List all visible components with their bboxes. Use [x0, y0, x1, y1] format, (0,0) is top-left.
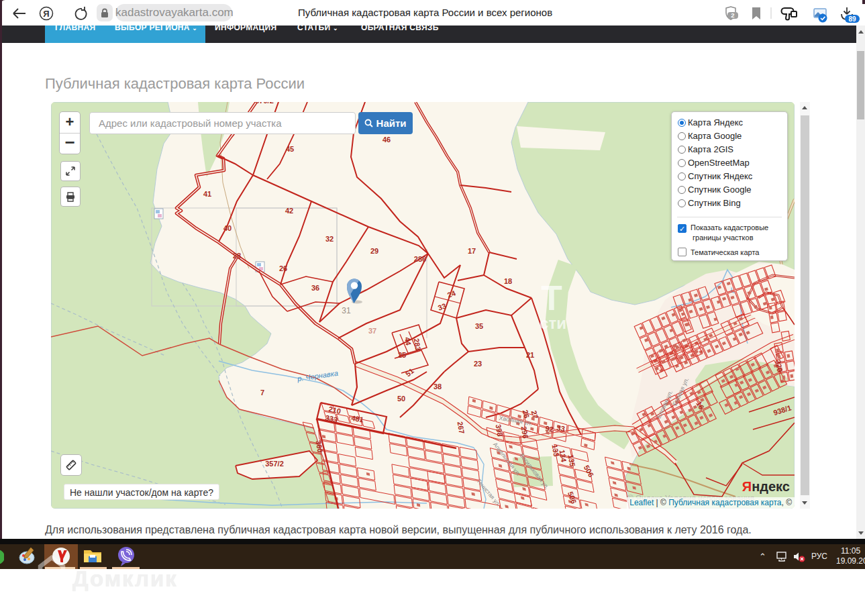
svg-text:41: 41 — [203, 190, 211, 198]
svg-text:23: 23 — [474, 360, 482, 368]
svg-text:45: 45 — [286, 145, 294, 153]
svg-text:17: 17 — [468, 247, 476, 255]
svg-text:7: 7 — [260, 389, 264, 397]
svg-text:26: 26 — [279, 264, 287, 272]
svg-text:Т: Т — [541, 278, 562, 317]
svg-text:33: 33 — [556, 423, 566, 433]
svg-text:Я: Я — [43, 9, 49, 19]
svg-text:29: 29 — [370, 247, 378, 255]
svg-text:25: 25 — [398, 351, 406, 359]
svg-text:38: 38 — [434, 382, 442, 391]
svg-text:50: 50 — [397, 395, 405, 403]
svg-text:37: 37 — [368, 327, 376, 335]
svg-text:18: 18 — [504, 277, 512, 285]
svg-text:36: 36 — [311, 284, 319, 292]
svg-text:89: 89 — [848, 15, 856, 23]
svg-text:357/2: 357/2 — [265, 460, 284, 468]
svg-text:42: 42 — [285, 207, 293, 215]
svg-text:31: 31 — [342, 306, 351, 315]
svg-text:35: 35 — [475, 322, 483, 330]
svg-text:40: 40 — [223, 224, 232, 232]
svg-text:679/2: 679/2 — [255, 102, 274, 105]
svg-text:286: 286 — [414, 255, 426, 263]
svg-text:21: 21 — [526, 351, 534, 359]
svg-text:сти: сти — [540, 314, 566, 332]
svg-text:32: 32 — [325, 235, 334, 243]
svg-text:46: 46 — [383, 136, 391, 144]
svg-text:2: 2 — [731, 11, 734, 19]
svg-text:92: 92 — [545, 424, 554, 433]
svg-text:28: 28 — [233, 252, 241, 260]
